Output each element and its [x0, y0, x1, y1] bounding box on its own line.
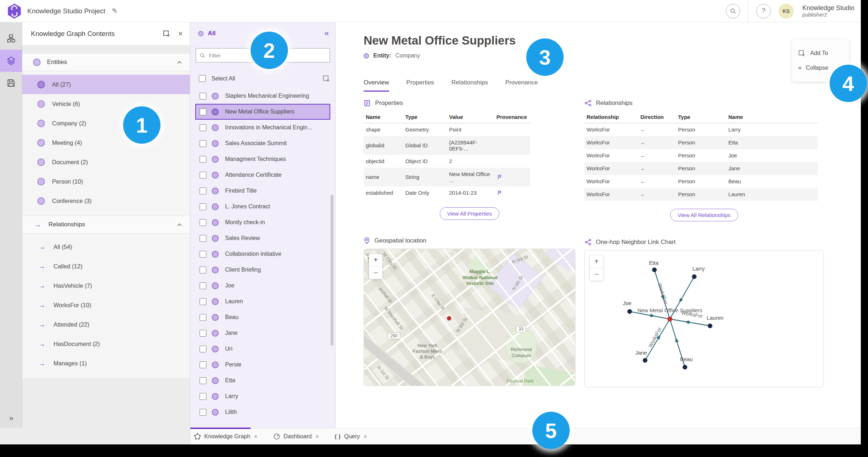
add-selection-button[interactable] [322, 75, 330, 82]
list-item[interactable]: Lilith [195, 404, 330, 420]
related-name-link[interactable]: Larry [726, 123, 818, 136]
relationship-type-item[interactable]: →Manages (1) [22, 354, 190, 373]
zoom-out-button[interactable]: − [369, 267, 382, 279]
relationship-type-item[interactable]: →Called (12) [22, 257, 190, 276]
select-all-checkbox[interactable] [199, 75, 206, 82]
zoom-out-button[interactable]: − [590, 268, 603, 281]
list-item[interactable]: Etta [195, 373, 330, 388]
item-checkbox[interactable] [200, 172, 206, 179]
item-checkbox[interactable] [200, 140, 206, 147]
contents-layers-tool[interactable] [0, 50, 22, 72]
relationship-type-item[interactable]: →Attended (22) [22, 315, 190, 334]
entity-type-item[interactable]: Conference (3) [22, 191, 190, 211]
item-checkbox[interactable] [200, 156, 206, 163]
view-all-relationships-button[interactable]: View All Relationships [670, 209, 738, 221]
list-item[interactable]: Larry [195, 388, 330, 404]
close-tab-icon[interactable]: × [364, 433, 367, 439]
relationships-section-header[interactable]: → Relationships [22, 216, 190, 234]
center-graph-node[interactable] [668, 317, 672, 321]
list-item[interactable]: Lauren [195, 294, 330, 309]
entity-type-item[interactable]: Meeting (4) [22, 133, 190, 152]
provenance-flag-icon[interactable] [496, 190, 502, 196]
geospatial-map[interactable]: k RdW Clay StN 3rd StMaggie L. Walker Na… [364, 249, 575, 386]
relationship-link[interactable]: WorksFor [584, 175, 638, 188]
list-item[interactable]: Uri [195, 341, 330, 357]
list-item[interactable]: Beau [195, 309, 330, 325]
provenance-flag-icon[interactable] [496, 174, 502, 180]
item-checkbox[interactable] [200, 346, 206, 352]
list-item[interactable]: Attendance Certificate [195, 167, 330, 183]
chevron-up-icon[interactable] [177, 223, 182, 226]
view-tab-dashboard[interactable]: Dashboard× [273, 433, 319, 440]
item-checkbox[interactable] [200, 377, 206, 384]
relationship-link[interactable]: WorksFor [584, 136, 638, 149]
graph-node[interactable] [683, 365, 687, 369]
tab-overview[interactable]: Overview [364, 79, 389, 92]
help-button[interactable]: ? [756, 4, 771, 18]
add-to-menu-item[interactable]: Add To [792, 46, 849, 60]
list-item[interactable]: Managment Techniques [195, 151, 330, 167]
entity-type-item[interactable]: Company (2) [22, 114, 190, 133]
list-item[interactable]: Sales Associate Summit [195, 135, 330, 151]
entity-type-item[interactable]: All (27) [22, 75, 190, 94]
relationship-type-item[interactable]: →All (54) [22, 237, 190, 257]
chevron-up-icon[interactable] [177, 61, 182, 64]
item-checkbox[interactable] [200, 219, 206, 226]
zoom-in-button[interactable]: + [590, 255, 603, 268]
list-item[interactable]: Innovations in Mechanical Engin... [195, 120, 330, 135]
view-tab-query[interactable]: { }Query× [335, 433, 367, 440]
tab-properties[interactable]: Properties [406, 79, 434, 92]
relationship-link[interactable]: WorksFor [584, 162, 638, 175]
item-checkbox[interactable] [200, 124, 206, 131]
list-item[interactable]: Client Briefing [195, 262, 330, 278]
relationship-type-item[interactable]: →HasVehicle (7) [22, 276, 190, 295]
list-item[interactable]: L. Jones Contract [195, 199, 330, 214]
item-checkbox[interactable] [200, 330, 206, 337]
item-checkbox[interactable] [200, 93, 206, 100]
list-item[interactable]: Joe [195, 278, 330, 294]
graph-node[interactable] [708, 324, 712, 328]
graph-node[interactable] [652, 268, 657, 272]
collapse-panel-icon[interactable]: « [325, 29, 329, 38]
close-panel-button[interactable]: × [178, 29, 183, 38]
list-item[interactable]: Staplers Mechanical Engineering [195, 88, 330, 104]
relationship-link[interactable]: WorksFor [584, 188, 638, 201]
expand-rail-button[interactable]: » [0, 414, 22, 422]
item-checkbox[interactable] [200, 393, 206, 400]
list-item[interactable]: Collaboration initiative [195, 246, 330, 262]
item-checkbox[interactable] [200, 267, 206, 273]
add-to-new-button[interactable] [163, 30, 170, 37]
related-name-link[interactable]: Etta [726, 136, 818, 149]
item-checkbox[interactable] [200, 282, 206, 289]
relationship-link[interactable]: WorksFor [584, 123, 638, 136]
entity-type-item[interactable]: Person (10) [22, 172, 190, 191]
entities-section-header[interactable]: Entities [22, 53, 190, 71]
close-tab-icon[interactable]: × [254, 433, 257, 439]
data-model-tool[interactable] [0, 27, 22, 50]
item-checkbox[interactable] [200, 109, 206, 115]
related-name-link[interactable]: Jane [726, 162, 818, 175]
item-checkbox[interactable] [200, 298, 206, 305]
scrollbar[interactable] [331, 195, 333, 346]
list-item[interactable]: Jane [195, 325, 330, 341]
link-chart[interactable]: + − WorksForWorksForWorksForNew Metal Of… [584, 250, 824, 387]
item-checkbox[interactable] [200, 188, 206, 194]
list-item[interactable]: New Metal Office Suppliers [195, 104, 330, 120]
relationship-link[interactable]: WorksFor [584, 149, 638, 162]
zoom-in-button[interactable]: + [369, 254, 382, 267]
entity-type-item[interactable]: Document (2) [22, 152, 190, 172]
user-avatar[interactable]: KS [779, 4, 794, 19]
graph-node[interactable] [692, 274, 696, 279]
graph-node[interactable] [627, 309, 632, 314]
item-checkbox[interactable] [200, 203, 206, 210]
entity-type-item[interactable]: Vehicle (6) [22, 94, 190, 114]
view-all-properties-button[interactable]: View All Properties [440, 207, 500, 220]
related-name-link[interactable]: Beau [726, 175, 818, 188]
save-tool[interactable] [0, 72, 22, 94]
related-name-link[interactable]: Lauren [726, 188, 818, 201]
list-item[interactable]: Montly check-in [195, 214, 330, 230]
tab-provenance[interactable]: Provenance [505, 79, 538, 92]
related-name-link[interactable]: Joe [726, 149, 818, 162]
item-checkbox[interactable] [200, 314, 206, 321]
list-item[interactable]: Sales Review [195, 230, 330, 246]
